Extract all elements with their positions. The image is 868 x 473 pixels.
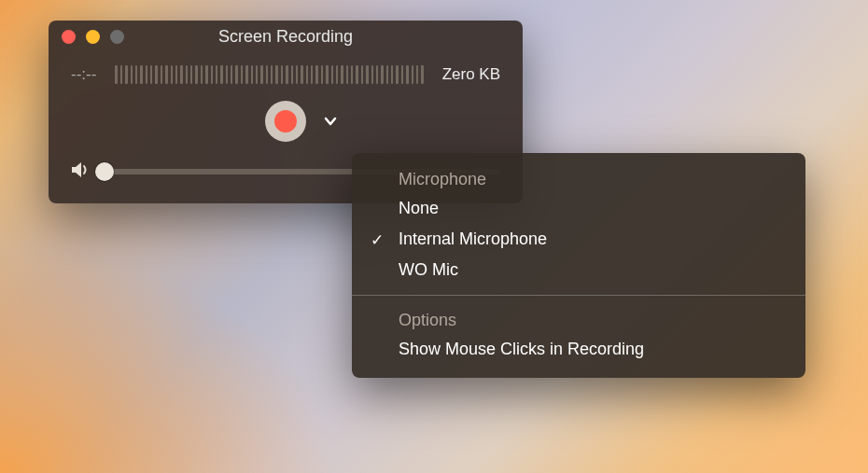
menu-item-label: Internal Microphone: [399, 230, 547, 248]
recording-filesize: Zero KB: [442, 65, 500, 84]
window-title: Screen Recording: [49, 27, 523, 47]
checkmark-icon: ✓: [371, 230, 384, 250]
menu-separator: [352, 295, 805, 296]
record-options-toggle[interactable]: [319, 110, 342, 132]
menu-item-show-clicks[interactable]: Show Mouse Clicks in Recording: [352, 334, 805, 365]
chevron-down-icon: [323, 114, 338, 129]
menu-item-mic-internal[interactable]: ✓ Internal Microphone: [352, 224, 805, 255]
menu-item-mic-womic[interactable]: WO Mic: [352, 255, 805, 285]
menu-item-label: WO Mic: [399, 260, 458, 279]
recording-timecode: --:--: [71, 65, 96, 84]
audio-level-meter: [115, 65, 423, 84]
record-icon: [274, 110, 297, 132]
menu-item-mic-none[interactable]: None: [352, 193, 805, 224]
speaker-icon: [71, 160, 91, 183]
record-controls-row: [49, 93, 523, 149]
menu-item-label: Show Mouse Clicks in Recording: [399, 340, 644, 358]
menu-header-options: Options: [352, 305, 805, 334]
recording-info-row: --:-- Zero KB: [49, 52, 523, 93]
menu-item-label: None: [399, 199, 439, 217]
volume-slider-thumb[interactable]: [95, 162, 114, 181]
record-button[interactable]: [265, 101, 306, 142]
menu-header-microphone: Microphone: [352, 164, 805, 193]
window-titlebar: Screen Recording: [49, 21, 523, 52]
record-options-menu: Microphone None ✓ Internal Microphone WO…: [352, 153, 805, 378]
